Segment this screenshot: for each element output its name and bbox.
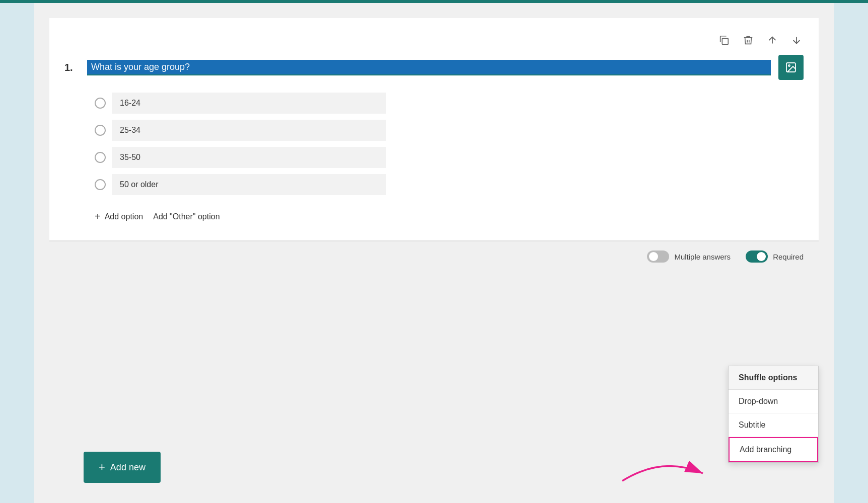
option-row <box>95 147 804 168</box>
dropdown-item-dropdown[interactable]: Drop-down <box>729 390 818 413</box>
add-new-button[interactable]: + Add new <box>84 452 161 483</box>
option-input-2[interactable] <box>112 120 386 141</box>
multiple-answers-group: Multiple answers <box>647 250 731 263</box>
options-list <box>95 93 804 195</box>
toolbar-icons <box>64 28 804 55</box>
add-option-plus-icon: + <box>95 211 101 222</box>
add-other-option-button[interactable]: Add "Other" option <box>153 209 220 224</box>
add-new-label: Add new <box>110 462 146 473</box>
dropdown-item-add-branching[interactable]: Add branching <box>729 437 818 462</box>
dropdown-item-subtitle[interactable]: Subtitle <box>729 413 818 437</box>
option-row <box>95 174 804 195</box>
option-row <box>95 93 804 114</box>
radio-4[interactable] <box>95 179 106 190</box>
required-toggle[interactable] <box>746 250 768 263</box>
add-other-label: Add "Other" option <box>153 212 220 221</box>
add-option-button[interactable]: + Add option <box>95 208 143 225</box>
arrow-annotation <box>622 446 723 488</box>
question-input[interactable] <box>87 60 771 75</box>
multiple-answers-label: Multiple answers <box>674 253 731 261</box>
bottom-bar: Multiple answers Required <box>49 240 819 272</box>
required-group: Required <box>746 250 804 263</box>
add-new-plus-icon: + <box>99 461 105 474</box>
question-number: 1. <box>64 62 80 73</box>
option-input-4[interactable] <box>112 174 386 195</box>
option-input-3[interactable] <box>112 147 386 168</box>
svg-point-4 <box>788 65 790 66</box>
dropdown-item-shuffle[interactable]: Shuffle options <box>729 366 818 390</box>
add-option-label: Add option <box>105 212 143 221</box>
svg-rect-0 <box>722 38 728 44</box>
radio-2[interactable] <box>95 125 106 136</box>
delete-icon[interactable] <box>741 33 755 47</box>
dropdown-menu: Shuffle options Drop-down Subtitle Add b… <box>728 366 819 463</box>
move-down-icon[interactable] <box>789 33 804 47</box>
multiple-answers-toggle[interactable] <box>647 250 669 263</box>
add-options-row: + Add option Add "Other" option <box>95 208 804 225</box>
question-row: 1. <box>64 55 804 80</box>
option-row <box>95 120 804 141</box>
image-button[interactable] <box>778 55 804 80</box>
move-up-icon[interactable] <box>765 33 779 47</box>
radio-1[interactable] <box>95 98 106 109</box>
radio-3[interactable] <box>95 152 106 163</box>
copy-icon[interactable] <box>717 33 731 47</box>
option-input-1[interactable] <box>112 93 386 114</box>
main-container: 1. <box>34 3 834 503</box>
question-card: 1. <box>49 18 819 240</box>
required-label: Required <box>773 253 804 261</box>
